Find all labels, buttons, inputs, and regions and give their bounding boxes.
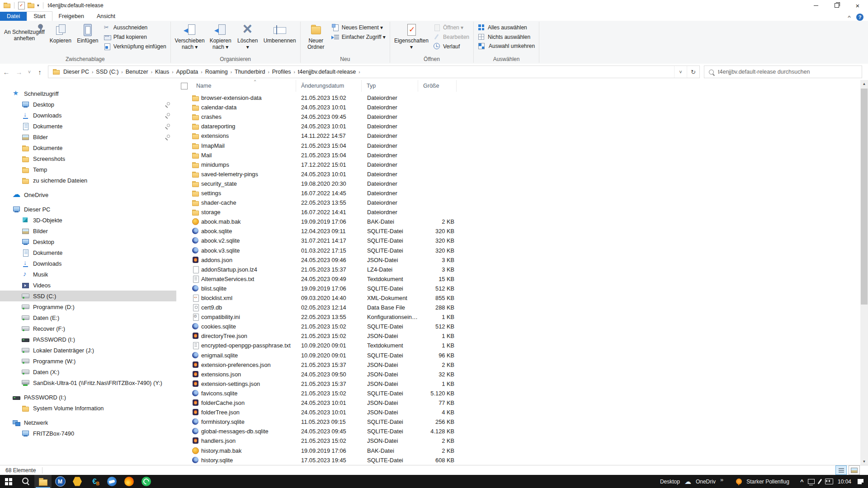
eigenschaften-button[interactable]: Eigenschaften▾: [392, 22, 431, 51]
sidebar-item-desktop[interactable]: Desktop: [0, 99, 176, 110]
breadcrumb-item-klaus[interactable]: Klaus: [153, 69, 171, 75]
einfügen-button[interactable]: Einfügen: [74, 22, 101, 45]
sidebar-item-3d-objekte[interactable]: 3D-Objekte: [0, 215, 176, 225]
öffnen-button[interactable]: Öffnen ▾: [432, 23, 471, 32]
column-header-size[interactable]: Größe: [418, 80, 457, 92]
sidebar-item-desktop[interactable]: Desktop: [0, 236, 176, 247]
breadcrumb-item-roaming[interactable]: Roaming: [203, 69, 230, 75]
details-view-button[interactable]: [835, 465, 847, 475]
column-header-name[interactable]: Name ^: [192, 80, 296, 92]
umbenennen-button[interactable]: Umbenennen: [261, 22, 298, 45]
whatsapp-button[interactable]: [137, 475, 155, 488]
sidebar-item-fritzbox-7490[interactable]: FRITZBox-7490: [0, 428, 176, 439]
clock[interactable]: 10:04: [838, 479, 851, 485]
breadcrumb-item-thunderbird[interactable]: Thunderbird: [233, 69, 267, 75]
tab-start[interactable]: Start: [27, 11, 52, 21]
sidebar-item-programme-d[interactable]: Programme (D:): [0, 301, 176, 312]
sidebar-item-musik[interactable]: Musik: [0, 269, 176, 280]
back-icon[interactable]: ←: [0, 68, 13, 76]
pfad-kopieren-button[interactable]: Pfad kopieren: [102, 33, 168, 41]
file-row[interactable]: calendar-data24.05.2023 10:01Dateiordner: [176, 103, 860, 112]
breadcrumb-item-dieser-pc[interactable]: Dieser PC: [61, 69, 91, 75]
properties-quick-icon[interactable]: [18, 2, 25, 9]
new-folder-quick-icon[interactable]: [28, 3, 34, 8]
file-row[interactable]: extensions14.11.2022 14:57Dateiordner: [176, 131, 860, 141]
file-row[interactable]: saved-telemetry-pings24.05.2023 10:01Dat…: [176, 169, 860, 179]
verlauf-button[interactable]: Verlauf: [432, 42, 471, 51]
breadcrumb-item-profiles[interactable]: Profiles: [270, 69, 293, 75]
help-icon[interactable]: ?: [856, 14, 863, 21]
sidebar-item-bilder[interactable]: Bilder: [0, 131, 176, 142]
touch-keyboard-icon[interactable]: [825, 479, 833, 484]
customize-toolbar-chevron-icon[interactable]: ▾: [37, 3, 39, 8]
firefox-button[interactable]: [120, 475, 137, 488]
file-row[interactable]: blocklist.xml09.03.2020 14:40XML-Dokumen…: [176, 293, 860, 303]
file-row[interactable]: encrypted-openpgp-passphrase.txt10.09.20…: [176, 341, 860, 350]
file-row[interactable]: handlers.json21.05.2023 15:02JSON-Datei2…: [176, 436, 860, 446]
file-row[interactable]: AlternateServices.txt24.05.2023 09:49Tex…: [176, 274, 860, 284]
close-button[interactable]: ×: [847, 0, 868, 11]
löschen-button[interactable]: Löschen▾: [234, 22, 261, 51]
file-row[interactable]: global-messages-db.sqlite24.05.2023 09:4…: [176, 427, 860, 436]
file-row[interactable]: storage16.07.2022 14:41Dateiordner: [176, 207, 860, 217]
addressbook-app-button[interactable]: [69, 475, 86, 488]
up-icon[interactable]: ↑: [33, 68, 46, 76]
sidebar-item-downloads[interactable]: Downloads: [0, 110, 176, 121]
sidebar-item-videos[interactable]: Videos: [0, 280, 176, 291]
file-row[interactable]: extension-preferences.json21.05.2023 15:…: [176, 360, 860, 370]
file-row[interactable]: ImapMail21.05.2023 15:04Dateiordner: [176, 141, 860, 150]
file-row[interactable]: crashes24.05.2023 09:45Dateiordner: [176, 112, 860, 122]
onedrive-toolbar-label[interactable]: OneDriv: [696, 479, 716, 485]
file-row[interactable]: enigmail.sqlite10.09.2020 09:01SQLITE-Da…: [176, 351, 860, 360]
scroll-down-icon[interactable]: ▼: [860, 458, 868, 465]
tab-freigeben[interactable]: Freigeben: [52, 12, 90, 21]
sidebar-item-recover-f[interactable]: Recover (F:): [0, 323, 176, 334]
minimize-button[interactable]: [806, 0, 826, 11]
verknüpfung-einfügen-button[interactable]: Verknüpfung einfügen: [102, 42, 168, 51]
sidebar-item-dokumente[interactable]: Dokumente: [0, 247, 176, 258]
sidebar-item-zu-sichernde-dateien[interactable]: zu sichernde Dateien: [0, 175, 176, 186]
sidebar-item-dokumente[interactable]: Dokumente: [0, 142, 176, 153]
sidebar-item-system-volume-information[interactable]: System Volume Information: [0, 403, 176, 413]
sidebar-item-lokaler-datenträger-j[interactable]: Lokaler Datenträger (J:): [0, 345, 176, 356]
thumbnails-view-button[interactable]: [849, 465, 860, 475]
file-row[interactable]: abook.v2.sqlite31.07.2021 14:17SQLITE-Da…: [176, 236, 860, 245]
onedrive-icon[interactable]: ☁: [684, 479, 691, 484]
sidebar-item-bilder[interactable]: Bilder: [0, 225, 176, 236]
sidebar-item-sandisk-ultra-01-fritz-nas-fritzbox-7490-y[interactable]: SanDisk-Ultra-01 (\\Fritz.Nas\FRITZBox-7…: [0, 377, 176, 388]
forward-icon[interactable]: →: [13, 68, 25, 76]
file-row[interactable]: blist.sqlite19.09.2019 17:06SQLITE-Datei…: [176, 284, 860, 293]
sidebar-item-onedrive[interactable]: OneDrive: [0, 189, 176, 200]
collapse-ribbon-chevron-icon[interactable]: ^: [848, 14, 851, 19]
file-row[interactable]: settings16.07.2022 14:45Dateiordner: [176, 188, 860, 198]
start-button[interactable]: [0, 475, 17, 488]
file-row[interactable]: directoryTree.json21.05.2023 15:02JSON-D…: [176, 331, 860, 341]
sidebar-item-dieser-pc[interactable]: Dieser PC: [0, 204, 176, 215]
address-dropdown-chevron-icon[interactable]: ˅: [674, 66, 687, 78]
file-row[interactable]: compatibility.ini22.05.2023 13:55Konfigu…: [176, 312, 860, 322]
file-row[interactable]: cookies.sqlite21.05.2023 15:02SQLITE-Dat…: [176, 322, 860, 331]
column-header-type[interactable]: Typ: [362, 80, 418, 92]
alles-auswählen-button[interactable]: Alles auswählen: [476, 23, 536, 32]
search-input[interactable]: [717, 68, 859, 75]
file-row[interactable]: abook.mab.bak19.09.2019 17:06BAK-Datei2 …: [176, 217, 860, 226]
file-explorer-button[interactable]: [34, 475, 52, 488]
bearbeiten-button[interactable]: Bearbeiten: [432, 33, 471, 41]
restore-button[interactable]: [826, 0, 847, 11]
kopieren-button[interactable]: Kopieren: [47, 22, 74, 45]
auswahl-umkehren-button[interactable]: Auswahl umkehren: [476, 42, 536, 50]
file-row[interactable]: favicons.sqlite21.05.2023 15:02SQLITE-Da…: [176, 389, 860, 398]
file-row[interactable]: history.mab.bak19.09.2019 17:06BAK-Datei…: [176, 446, 860, 455]
weather-pollen-icon[interactable]: [736, 479, 742, 484]
column-header-date[interactable]: Änderungsdatum: [296, 80, 362, 92]
thunderbird-button[interactable]: [103, 475, 120, 488]
neues-element-button[interactable]: Neues Element ▾: [330, 23, 387, 32]
sidebar-item-schnellzugriff[interactable]: Schnellzugriff: [0, 88, 176, 99]
file-row[interactable]: folderTree.json24.05.2023 10:01JSON-Date…: [176, 408, 860, 417]
file-row[interactable]: history.sqlite17.05.2023 19:45SQLITE-Dat…: [176, 455, 860, 465]
mediathekview-button[interactable]: M: [52, 475, 69, 488]
sidebar-item-ssd-c[interactable]: SSD (C:): [0, 291, 176, 301]
file-row[interactable]: Mail21.05.2023 15:04Dateiordner: [176, 150, 860, 160]
file-row[interactable]: extensions.json24.05.2023 09:50JSON-Date…: [176, 370, 860, 379]
sidebar-item-password-i[interactable]: PASSWORD (I:): [0, 334, 176, 345]
